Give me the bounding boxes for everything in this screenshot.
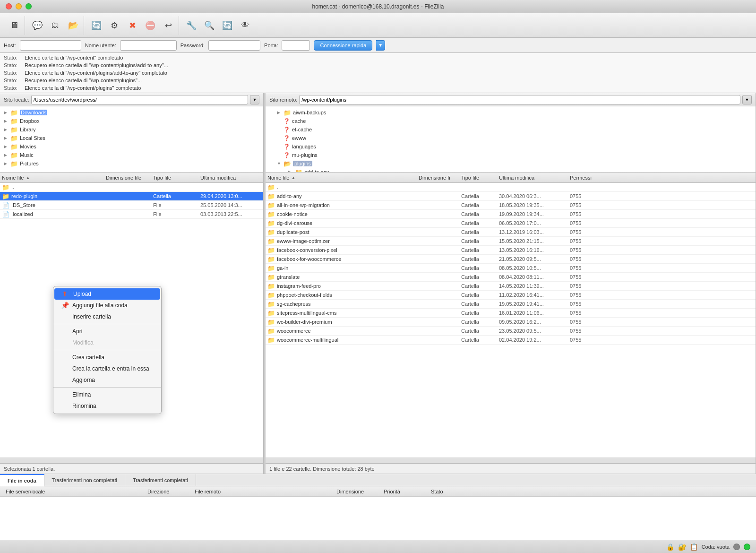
ctx-insert-folder[interactable]: Inserire cartella	[53, 311, 161, 322]
remote-path-input[interactable]	[299, 95, 740, 104]
queue-icon: 📌	[61, 302, 69, 309]
tab-completed[interactable]: Trasferimenti completati	[125, 474, 196, 486]
remote-file-row[interactable]: 📁 cookie-notice Cartella 19.09.2020 19:3…	[266, 210, 756, 219]
remote-file-row[interactable]: 📁 ewww-image-optimizer Cartella 15.05.20…	[266, 237, 756, 246]
queue-status: Coda: vuota	[702, 544, 730, 550]
remote-scrollbar[interactable]	[266, 458, 756, 463]
queue-col-local[interactable]: File server/locale	[2, 489, 144, 494]
remote-file-row[interactable]: 📁 facebook-conversion-pixel Cartella 13.…	[266, 246, 756, 255]
open-filter-button[interactable]: 🔧	[183, 17, 200, 34]
dir-compare-button[interactable]: 👁	[237, 17, 254, 34]
remote-col-name[interactable]: Nome file ▲	[267, 175, 419, 181]
search-button[interactable]: 🔍	[201, 17, 218, 34]
minimize-button[interactable]	[16, 3, 22, 9]
close-button[interactable]	[6, 3, 12, 9]
folder-icon: 📁	[267, 265, 275, 272]
filter-button[interactable]: ⚙	[106, 17, 123, 34]
local-col-size[interactable]: Dimensione file	[106, 175, 153, 181]
local-path-dropdown[interactable]: ▼	[250, 95, 259, 104]
connect-button[interactable]: Connessione rapida	[314, 40, 372, 51]
toggle-local-tree-button[interactable]: 🗂	[47, 17, 64, 34]
tab-failed[interactable]: Trasferimenti non completati	[44, 474, 125, 486]
remote-col-type[interactable]: Tipo file	[461, 175, 499, 181]
remote-tree-item-plugins[interactable]: ▼ 📂 plugins	[266, 159, 756, 168]
local-file-row-dsstore[interactable]: 📄 .DS_Store File 25.05.2020 14:3...	[0, 201, 263, 210]
local-tree-item-movies[interactable]: ▶ 📁 Movies	[0, 142, 263, 151]
status-line-1: Stato: Elenco cartella di "/wp-content" …	[4, 54, 752, 61]
local-tree-item-pictures[interactable]: ▶ 📁 Pictures	[0, 159, 263, 168]
remote-file-row[interactable]: 📁 ga-in Cartella 08.05.2020 10:5... 0755	[266, 264, 756, 273]
reconnect-button[interactable]: ↩	[160, 17, 177, 34]
ctx-create-folder-enter[interactable]: Crea la cartella e entra in essa	[53, 363, 161, 374]
queue-col-status[interactable]: Stato	[427, 489, 754, 494]
ctx-open[interactable]: Apri	[53, 326, 161, 337]
remote-file-row[interactable]: 📁 phppoet-checkout-fields Cartella 11.02…	[266, 291, 756, 300]
refresh-button[interactable]: 🔄	[88, 17, 105, 34]
remote-col-perm[interactable]: Permessi	[570, 175, 593, 181]
local-file-row-redo[interactable]: 📁 redo-plugin Cartella 29.04.2020 13:0..…	[0, 192, 263, 201]
ctx-refresh[interactable]: Aggiorna	[53, 374, 161, 386]
remote-file-row[interactable]: 📁 facebook-for-woocommerce Cartella 21.0…	[266, 255, 756, 264]
remote-tree-item-etcache[interactable]: ▶ ❓ et-cache	[266, 125, 756, 134]
toolbar-group-nav: 🖥	[4, 16, 25, 35]
remote-col-date[interactable]: Ultima modifica	[499, 175, 570, 181]
queue-col-priority[interactable]: Priorità	[380, 489, 427, 494]
ctx-rename[interactable]: Rinomina	[53, 400, 161, 412]
remote-file-row[interactable]: 📁 duplicate-post Cartella 13.12.2019 16:…	[266, 228, 756, 237]
connect-dropdown-button[interactable]: ▼	[376, 40, 385, 51]
ctx-delete[interactable]: Elimina	[53, 389, 161, 400]
queue-col-remote[interactable]: File remoto	[191, 489, 333, 494]
folder-icon: 📁	[267, 310, 275, 317]
local-col-date[interactable]: Ultima modifica	[200, 175, 261, 181]
remote-tree-item-addtoany[interactable]: ▶ 📁 add-to-any	[266, 168, 756, 173]
maximize-button[interactable]	[26, 3, 32, 9]
remote-file-row[interactable]: 📁 add-to-any Cartella 30.04.2020 06:3...…	[266, 192, 756, 201]
ctx-create-folder[interactable]: Crea cartella	[53, 352, 161, 363]
remote-file-row[interactable]: 📁 woocommerce Cartella 23.05.2020 09:5..…	[266, 327, 756, 336]
local-file-row-localized[interactable]: 📄 .localized File 03.03.2013 22:5...	[0, 210, 263, 219]
remote-file-row[interactable]: 📁 gtranslate Cartella 08.04.2020 08:11..…	[266, 273, 756, 282]
folder-icon: 📁	[10, 143, 18, 150]
cancel-button[interactable]: ✖	[124, 17, 141, 34]
pass-input[interactable]	[208, 40, 260, 51]
remote-file-row[interactable]: 📁 sg-cachepress Cartella 19.05.2020 19:4…	[266, 300, 756, 309]
local-tree-item-music[interactable]: ▶ 📁 Music	[0, 151, 263, 159]
remote-file-row[interactable]: 📁 dg-divi-carousel Cartella 06.05.2020 1…	[266, 219, 756, 228]
remote-col-size[interactable]: Dimensione fi	[419, 175, 461, 181]
site-manager-button[interactable]: 🖥	[6, 17, 23, 34]
local-col-type[interactable]: Tipo file	[153, 175, 200, 181]
local-tree-item-library[interactable]: ▶ 📁 Library	[0, 125, 263, 134]
local-tree-item-dropbox[interactable]: ▶ 📁 Dropbox	[0, 117, 263, 125]
local-scrollbar[interactable]	[0, 458, 263, 463]
remote-file-row[interactable]: 📁 all-in-one-wp-migration Cartella 18.05…	[266, 201, 756, 210]
remote-tree-item-backups[interactable]: ▶ 📁 aiwm-backups	[266, 108, 756, 117]
queue-col-size[interactable]: Dimensione	[333, 489, 380, 494]
toggle-msg-log-button[interactable]: 💬	[29, 17, 46, 34]
host-input[interactable]	[20, 40, 81, 51]
remote-path-dropdown[interactable]: ▼	[742, 95, 752, 104]
ctx-add-queue[interactable]: 📌 Aggiungi file alla coda	[53, 300, 161, 311]
remote-tree-item-cache[interactable]: ▶ ❓ cache	[266, 117, 756, 125]
local-tree-item-localsites[interactable]: ▶ 📁 Local Sites	[0, 134, 263, 142]
sync-browse-button[interactable]: 🔄	[219, 17, 236, 34]
ctx-upload[interactable]: ⬆ Upload	[54, 288, 160, 300]
remote-file-row[interactable]: 📁 sitepress-multilingual-cms Cartella 16…	[266, 309, 756, 318]
local-col-name[interactable]: Nome file ▲	[2, 175, 106, 181]
local-tree-item-downloads[interactable]: ▶ 📁 Downloads	[0, 108, 263, 117]
tab-queue[interactable]: File in coda	[0, 474, 44, 486]
queue-col-direction[interactable]: Direzione	[144, 489, 191, 494]
remote-file-row-up[interactable]: 📁 ..	[266, 183, 756, 192]
remote-tree-item-muplugins[interactable]: ▶ ❓ mu-plugins	[266, 151, 756, 159]
remote-tree-item-languages[interactable]: ▶ ❓ languages	[266, 142, 756, 151]
toggle-remote-tree-button[interactable]: 📂	[65, 17, 82, 34]
remote-file-row[interactable]: 📁 wc-builder-divi-premium Cartella 09.05…	[266, 318, 756, 327]
port-input[interactable]	[282, 40, 310, 51]
local-path-input[interactable]	[31, 95, 248, 104]
user-input[interactable]	[120, 40, 177, 51]
lock-icon: 🔒	[666, 543, 674, 551]
disconnect-button[interactable]: ⛔	[142, 17, 159, 34]
local-file-row-up[interactable]: 📁 ..	[0, 183, 263, 192]
remote-tree-item-ewww[interactable]: ▶ ❓ ewww	[266, 134, 756, 142]
remote-file-row[interactable]: 📁 woocommerce-multilingual Cartella 02.0…	[266, 336, 756, 345]
remote-file-row[interactable]: 📁 instagram-feed-pro Cartella 14.05.2020…	[266, 282, 756, 291]
